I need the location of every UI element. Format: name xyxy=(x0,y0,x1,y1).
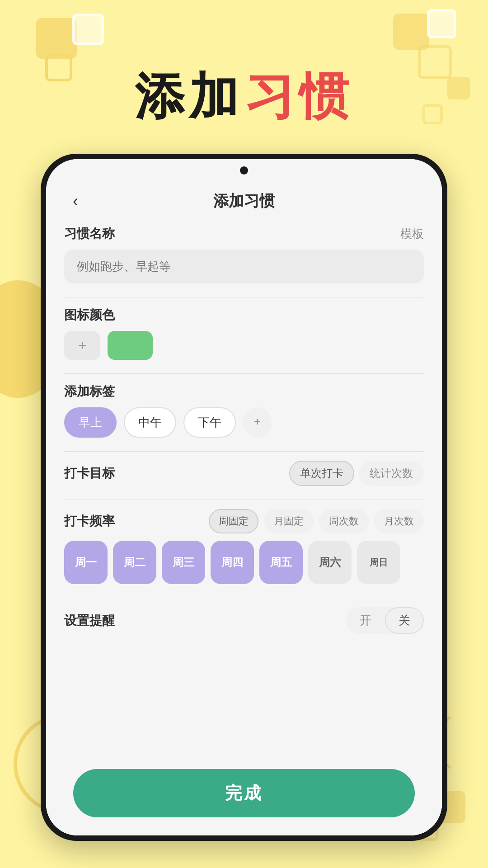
add-tag-label: 添加标签 xyxy=(64,383,115,400)
reminder-on-button[interactable]: 开 xyxy=(346,607,385,634)
app-header: ‹ 添加习惯 xyxy=(64,182,424,225)
icon-color-row: + xyxy=(64,331,424,360)
reminder-label: 设置提醒 xyxy=(64,612,115,629)
plus-icon: + xyxy=(78,337,87,354)
day-tue[interactable]: 周二 xyxy=(113,541,156,584)
tag-morning[interactable]: 早上 xyxy=(64,407,117,438)
complete-button-area: 完成 xyxy=(46,760,442,835)
header-title: 添加习惯 xyxy=(213,191,275,212)
page-title-area: 添加 习惯 xyxy=(0,63,488,131)
freq-tab-month-fixed[interactable]: 月固定 xyxy=(264,509,314,533)
checkin-goal-row: 打卡目标 单次打卡 统计次数 xyxy=(64,461,424,486)
day-wed[interactable]: 周三 xyxy=(162,541,205,584)
icon-color-header: 图标颜色 xyxy=(64,307,424,324)
checkin-freq-header-row: 打卡频率 周固定 月固定 周次数 月 xyxy=(64,509,424,533)
phone-mockup: ‹ 添加习惯 习惯名称 模板 图标颜色 xyxy=(41,154,447,841)
plus-icon: + xyxy=(254,415,261,428)
day-thu[interactable]: 周四 xyxy=(211,541,254,584)
tag-noon[interactable]: 中午 xyxy=(124,407,176,438)
title-part1: 添加 xyxy=(135,68,243,124)
reminder-row: 设置提醒 开 关 xyxy=(64,607,424,634)
title-part2: 习惯 xyxy=(245,68,353,124)
day-fri[interactable]: 周五 xyxy=(259,541,303,584)
day-sun[interactable]: 周日 xyxy=(357,541,400,584)
color-swatch-green[interactable] xyxy=(108,331,153,360)
divider-1 xyxy=(64,297,424,297)
day-sat[interactable]: 周六 xyxy=(308,541,352,584)
template-action[interactable]: 模板 xyxy=(400,226,424,242)
icon-color-label: 图标颜色 xyxy=(64,307,115,324)
day-mon[interactable]: 周一 xyxy=(64,541,108,584)
habit-name-label: 习惯名称 xyxy=(64,225,115,242)
checkin-goal-options: 单次打卡 统计次数 xyxy=(289,461,424,486)
habit-name-section: 习惯名称 模板 xyxy=(64,225,424,283)
checkin-freq-label: 打卡频率 xyxy=(64,513,115,530)
reminder-section: 设置提醒 开 关 xyxy=(64,607,424,634)
checkin-freq-section: 打卡频率 周固定 月固定 周次数 月 xyxy=(64,509,424,584)
goal-count-option[interactable]: 统计次数 xyxy=(359,461,424,486)
icon-color-section: 图标颜色 + xyxy=(64,307,424,360)
habit-name-input[interactable] xyxy=(64,250,424,283)
checkin-goal-section: 打卡目标 单次打卡 统计次数 xyxy=(64,461,424,486)
back-button[interactable]: ‹ xyxy=(64,190,87,212)
camera-dot xyxy=(240,166,248,175)
app-content: ‹ 添加习惯 习惯名称 模板 图标颜色 xyxy=(46,182,442,835)
add-tag-section: 添加标签 早上 中午 下午 + xyxy=(64,383,424,438)
reminder-toggle-group: 开 关 xyxy=(346,607,424,634)
tag-afternoon[interactable]: 下午 xyxy=(183,407,236,438)
phone-screen: ‹ 添加习惯 习惯名称 模板 图标颜色 xyxy=(46,159,442,835)
habit-name-header: 习惯名称 模板 xyxy=(64,225,424,242)
days-row: 周一 周二 周三 周四 周五 xyxy=(64,541,424,584)
reminder-off-button[interactable]: 关 xyxy=(385,607,424,634)
divider-4 xyxy=(64,500,424,500)
freq-tabs: 周固定 月固定 周次数 月次数 xyxy=(209,509,424,533)
phone-notch xyxy=(46,159,442,182)
checkin-goal-label: 打卡目标 xyxy=(64,465,115,482)
tags-row: 早上 中午 下午 + xyxy=(64,407,424,438)
complete-button[interactable]: 完成 xyxy=(73,769,415,817)
freq-tab-month-count[interactable]: 月次数 xyxy=(374,509,424,533)
add-icon-button[interactable]: + xyxy=(64,331,100,360)
goal-single-option[interactable]: 单次打卡 xyxy=(289,461,354,486)
freq-tab-week-count[interactable]: 周次数 xyxy=(319,509,369,533)
freq-tab-week-fixed[interactable]: 周固定 xyxy=(209,509,258,533)
add-tag-header: 添加标签 xyxy=(64,383,424,400)
divider-5 xyxy=(64,598,424,598)
add-tag-button[interactable]: + xyxy=(243,407,272,438)
divider-2 xyxy=(64,373,424,374)
divider-3 xyxy=(64,451,424,452)
